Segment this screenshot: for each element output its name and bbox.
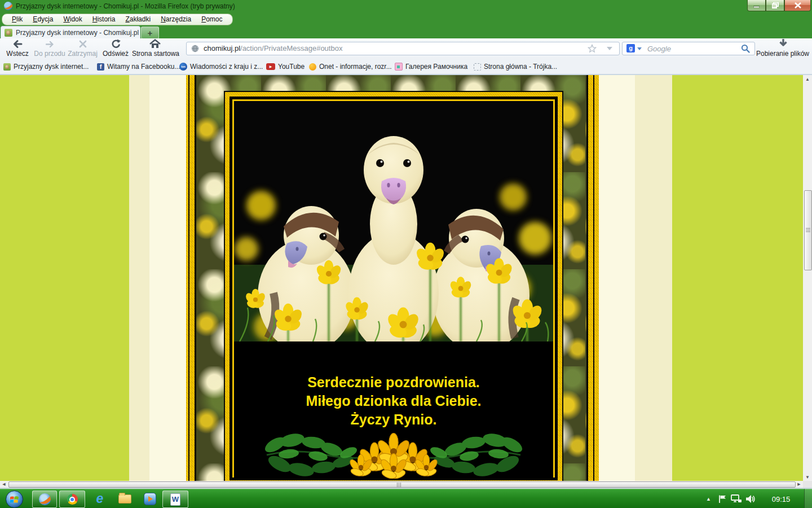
taskbar-explorer-button[interactable] [115, 491, 134, 507]
greeting-line: Miłego dzionka dla Ciebie. [234, 392, 553, 410]
bookmark-chomikuj[interactable]: Przyjazny dysk internet... [3, 62, 89, 72]
minimize-icon [753, 3, 760, 8]
page-viewport: Serdecznie pozdrowienia. Miłego dzionka … [0, 75, 812, 481]
bookmarks-toolbar: Przyjazny dysk internet... f Witamy na F… [0, 60, 812, 75]
restore-icon [772, 2, 779, 8]
network-icon[interactable] [731, 489, 742, 508]
menu-narzedzia[interactable]: Narzędzia [156, 15, 196, 24]
frame-gallery-icon [395, 63, 403, 71]
scroll-up-arrow-icon[interactable]: ▲ [803, 75, 812, 83]
cream-band-left-outer [129, 75, 149, 481]
menu-historia[interactable]: Historia [87, 15, 121, 24]
search-input[interactable] [646, 43, 733, 54]
new-tab-button[interactable]: + [141, 27, 159, 39]
url-dropdown-chevron-icon[interactable] [607, 47, 612, 51]
tab-chomikuj[interactable]: Przyjazny dysk internetowy - Chomikuj.pl [1, 26, 140, 39]
url-domain: chomikuj.pl [204, 44, 240, 52]
reload-icon [111, 39, 121, 49]
taskbar-media-player-button[interactable] [140, 491, 160, 507]
browser-window-header: Przyjazny dysk internetowy - Chomikuj.pl… [0, 0, 812, 38]
menu-pomoc[interactable]: Pomoc [196, 15, 227, 24]
onet-icon [309, 63, 316, 71]
tab-title: Przyjazny dysk internetowy - Chomikuj.pl [16, 29, 139, 37]
scroll-left-arrow-icon[interactable]: ◀ [0, 481, 8, 488]
bookmark-frame-gallery[interactable]: Галерея Рамочника [395, 62, 467, 72]
navigation-toolbar: Wstecz Do przodu Zatrzymaj Odśwież Stron… [0, 38, 812, 60]
cream-band-right-inner [599, 75, 635, 481]
internet-explorer-icon: e [96, 492, 104, 505]
tray-hidden-icons-chevron-icon[interactable]: ▲ [706, 489, 711, 508]
vertical-scrollbar[interactable] [803, 75, 812, 481]
menu-zakladki[interactable]: Zakładki [120, 15, 156, 24]
outer-frame-strip [594, 75, 599, 481]
chrome-icon [67, 494, 78, 505]
close-icon [795, 2, 801, 8]
start-button[interactable] [6, 491, 23, 508]
show-desktop-button[interactable] [804, 489, 812, 508]
ducklings-photo [234, 101, 553, 341]
minimize-button[interactable] [747, 0, 766, 11]
bookmark-star-icon[interactable] [588, 44, 597, 53]
greeting-line: Życzy Rynio. [234, 410, 553, 429]
window-title: Przyjazny dysk internetowy - Chomikuj.pl… [16, 2, 235, 10]
outer-frame-strip [588, 75, 593, 481]
cream-band-left-inner [149, 75, 186, 481]
taskbar-firefox-button[interactable] [32, 491, 57, 508]
placeholder-favicon [474, 63, 481, 71]
forward-arrow-icon [46, 41, 54, 48]
tvn24-icon: tvn [179, 63, 187, 71]
scroll-right-arrow-icon[interactable]: ▶ [795, 481, 803, 488]
action-center-flag-icon[interactable] [718, 489, 727, 508]
taskbar-word-button[interactable]: W [162, 491, 188, 508]
site-globe-icon [191, 45, 199, 52]
restore-button[interactable] [766, 0, 784, 11]
url-path: /action/PrivateMessage#outbox [240, 44, 342, 52]
chomikuj-hamster-icon [3, 63, 11, 71]
cream-band-right-outer [635, 75, 672, 481]
scroll-down-arrow-icon[interactable]: ▼ [803, 473, 812, 481]
search-box[interactable]: g [622, 42, 755, 55]
greeting-line: Serdecznie pozdrowienia. [234, 373, 553, 392]
search-engine-chevron-icon[interactable] [637, 47, 642, 51]
back-arrow-icon [12, 40, 23, 49]
stop-x-icon [79, 40, 87, 48]
home-icon [149, 39, 161, 49]
facebook-icon: f [97, 63, 104, 71]
bookmark-youtube[interactable]: ▶ YouTube [266, 62, 304, 72]
url-text: chomikuj.pl/action/PrivateMessage#outbox [204, 44, 342, 52]
volume-icon[interactable] [745, 489, 756, 508]
taskbar-chrome-button[interactable] [59, 491, 85, 508]
youtube-icon: ▶ [266, 63, 275, 70]
greeting-card: Serdecznie pozdrowienia. Miłego dzionka … [224, 91, 563, 481]
menu-edycja[interactable]: Edycja [28, 15, 58, 24]
firefox-window-icon [4, 2, 12, 10]
scrollbar-corner [803, 481, 812, 488]
outer-frame-strip [189, 75, 195, 481]
taskbar-ie-button[interactable]: e [90, 491, 109, 507]
bookmark-facebook[interactable]: f Witamy na Facebooku... [97, 62, 180, 72]
menu-plik[interactable]: Plik [7, 15, 28, 24]
close-button[interactable] [784, 0, 811, 11]
flower-garland-decoration [264, 432, 523, 480]
folder-icon [118, 494, 131, 503]
url-bar[interactable]: chomikuj.pl/action/PrivateMessage#outbox [186, 42, 620, 55]
taskbar-clock[interactable]: 09:15 [768, 489, 794, 508]
firefox-icon [39, 493, 51, 505]
vertical-scrollbar-thumb[interactable] [804, 190, 812, 270]
bookmark-tvn24[interactable]: tvn Wiadomości z kraju i z... [179, 62, 263, 72]
word-icon: W [170, 493, 180, 506]
search-magnifier-icon[interactable] [741, 44, 750, 53]
bookmark-trojka[interactable]: Strona główna - Trójka... [474, 62, 557, 72]
media-player-icon [144, 493, 156, 505]
window-controls [747, 0, 811, 11]
greeting-text-block: Serdecznie pozdrowienia. Miłego dzionka … [234, 341, 553, 429]
windows-flag-icon [10, 496, 19, 503]
horizontal-scrollbar-thumb[interactable] [8, 481, 796, 488]
taskbar: e W ▲ 09:15 [0, 489, 812, 508]
menu-widok[interactable]: Widok [58, 15, 87, 24]
chomikuj-hamster-icon [5, 29, 12, 37]
google-favicon-icon: g [626, 44, 635, 52]
menu-bar: Plik Edycja Widok Historia Zakładki Narz… [2, 14, 233, 25]
download-arrow-icon [778, 38, 788, 49]
bookmark-onet[interactable]: Onet - informacje, rozr... [309, 62, 392, 72]
